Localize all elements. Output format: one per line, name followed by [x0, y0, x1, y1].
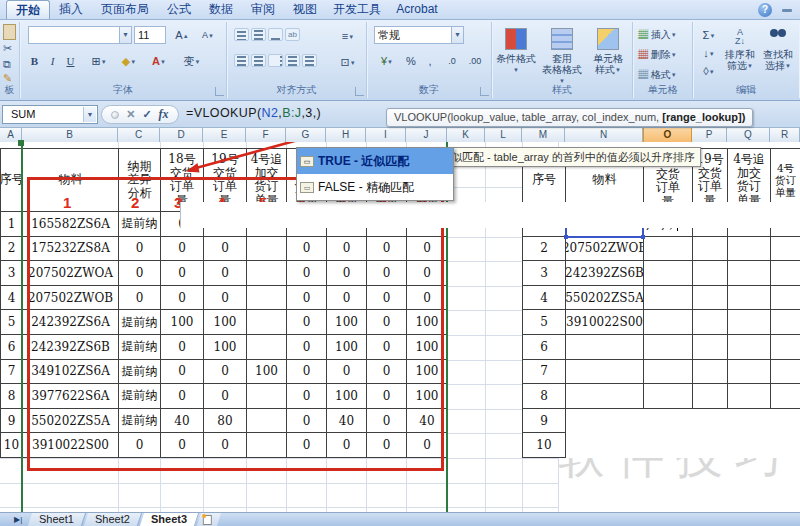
delete-cells-button[interactable]: ▦ 删除▼	[637, 46, 689, 64]
increase-indent-icon[interactable]	[302, 54, 317, 67]
ribbon-tab-3[interactable]: 页面布局	[92, 0, 158, 19]
align-left-icon[interactable]	[234, 54, 249, 67]
font-dialog-launcher-icon[interactable]	[215, 87, 224, 96]
number-format-combo[interactable]: 常规▼	[374, 26, 464, 44]
cell-styles-button[interactable]: 单元格样式▼	[586, 26, 630, 90]
underline-button[interactable]: U	[62, 52, 79, 70]
column-header-F[interactable]: F	[246, 128, 286, 142]
decrease-indent-icon[interactable]	[285, 54, 300, 67]
sheet-tab-sheet1[interactable]: Sheet1	[28, 513, 86, 526]
source-table-cell-r9c0: 9	[1, 409, 23, 434]
chevron-down-icon[interactable]: ▼	[119, 27, 131, 43]
accounting-format-button[interactable]: ¥▼	[374, 52, 400, 70]
column-header-N[interactable]: N	[565, 128, 643, 142]
lookup-table[interactable]: 序号物料交货订单量19号交货订单量4号追加交货订单量4号货订单量1207502Z…	[522, 148, 800, 458]
find-select-button[interactable]: 查找和选择▼	[759, 26, 797, 90]
ribbon: ✂ ⧉ ✎ 板 ▼ 11 A▲ A▼ B I U ⊞▼ ◆▼ A▼ 变▼ 字体 …	[0, 20, 800, 101]
sheet-tab-sheet3[interactable]: Sheet3	[140, 513, 199, 526]
column-header-C[interactable]: C	[118, 128, 160, 142]
lookup-table-cell-r2c1: 207502ZWOB	[566, 237, 644, 262]
cancel-icon[interactable]: ✕	[126, 108, 135, 121]
fill-button[interactable]: ↓▼	[697, 44, 721, 62]
function-icon: ▭	[300, 182, 314, 193]
italic-button[interactable]: I	[44, 52, 61, 70]
alignment-dialog-launcher-icon[interactable]	[355, 87, 364, 96]
ribbon-tab-4[interactable]: 公式	[158, 0, 200, 19]
autosum-button[interactable]: Σ▼	[697, 26, 721, 44]
column-header-G[interactable]: G	[286, 128, 326, 142]
column-header-L[interactable]: L	[485, 128, 522, 142]
ribbon-tab-7[interactable]: 视图	[284, 0, 326, 19]
alignment-group: ab ≡▼ ⊡▼ 对齐方式	[227, 22, 367, 98]
bold-button[interactable]: B	[26, 52, 43, 70]
name-box[interactable]: SUM▼	[2, 105, 98, 124]
ribbon-tab-6[interactable]: 审阅	[242, 0, 284, 19]
lookup-table-cell-r8c2	[644, 384, 693, 409]
sort-filter-button[interactable]: AZ↓ 排序和筛选▼	[721, 26, 759, 90]
align-center-icon[interactable]	[251, 54, 266, 67]
column-header-Q[interactable]: Q	[727, 128, 770, 142]
lookup-table-cell-r4c1: 550202ZS5A	[566, 286, 644, 311]
font-color-button[interactable]: A▼	[146, 52, 172, 70]
column-header-D[interactable]: D	[160, 128, 203, 142]
ribbon-tab-5[interactable]: 数据	[200, 0, 242, 19]
percent-button[interactable]: %	[402, 52, 420, 70]
column-header-M[interactable]: M	[522, 128, 565, 142]
column-header-R[interactable]: R	[770, 128, 800, 142]
paste-icon[interactable]	[3, 24, 16, 40]
column-header-H[interactable]: H	[326, 128, 366, 142]
column-header-B[interactable]: B	[22, 128, 118, 142]
column-header-I[interactable]: I	[366, 128, 406, 142]
column-header-O[interactable]: O	[643, 128, 692, 142]
column-header-K[interactable]: K	[447, 128, 485, 142]
sheet-tab-sheet2[interactable]: Sheet2	[84, 513, 142, 526]
autocomplete-item-1[interactable]: ▭TRUE - 近似匹配	[297, 148, 453, 174]
cut-icon[interactable]: ✂	[3, 42, 12, 55]
decrease-decimal-button[interactable]: .00	[464, 52, 486, 70]
align-middle-icon[interactable]	[251, 28, 266, 41]
chevron-down-icon[interactable]: ▼	[451, 27, 463, 43]
ribbon-tab-2[interactable]: 插入	[50, 0, 92, 19]
tab-scroll-buttons[interactable]: ▶|	[0, 513, 30, 526]
minimize-icon[interactable]	[782, 9, 792, 12]
increase-decimal-button[interactable]: .0	[441, 52, 463, 70]
conditional-formatting-button[interactable]: 条件格式▼	[494, 26, 538, 90]
lookup-table-cell-r2c2	[644, 237, 693, 262]
insert-sheet-tab[interactable]	[197, 513, 221, 526]
insert-function-icon[interactable]: fx	[159, 107, 169, 122]
comma-button[interactable]: ,	[422, 52, 438, 70]
grow-font-button[interactable]: A▲	[170, 26, 194, 44]
horizontal-align-buttons[interactable]	[233, 53, 318, 67]
ribbon-tab-9[interactable]: Acrobat	[388, 0, 446, 19]
fill-color-button[interactable]: ◆▼	[116, 52, 142, 70]
copy-icon[interactable]: ⧉	[3, 58, 11, 71]
orientation-icon[interactable]: ab	[285, 28, 300, 41]
font-size-combo[interactable]: 11	[134, 26, 166, 44]
ribbon-tab-8[interactable]: 开发工具	[326, 0, 388, 19]
align-bottom-icon[interactable]	[268, 28, 283, 41]
align-top-icon[interactable]	[234, 28, 249, 41]
font-name-combo[interactable]: ▼	[28, 26, 132, 44]
wrap-text-button[interactable]: ≡▼	[335, 27, 361, 45]
borders-button[interactable]: ⊞▼	[86, 52, 112, 70]
column-header-P[interactable]: P	[692, 128, 727, 142]
clear-button[interactable]: ◊▼	[697, 62, 721, 80]
chevron-down-icon[interactable]: ▼	[83, 107, 96, 122]
help-icon[interactable]: ?	[758, 3, 772, 17]
align-right-icon[interactable]	[268, 54, 283, 67]
autocomplete-dropdown[interactable]: ▭TRUE - 近似匹配▭FALSE - 精确匹配	[296, 147, 454, 201]
insert-cells-button[interactable]: ▦ 插入▼	[637, 26, 689, 44]
formula-input[interactable]	[180, 202, 800, 228]
merge-center-button[interactable]: ⊡▼	[335, 53, 361, 71]
autocomplete-item-2[interactable]: ▭FALSE - 精确匹配	[297, 174, 453, 200]
format-cells-button[interactable]: ▦ 格式▼	[637, 66, 689, 84]
shrink-font-button[interactable]: A▼	[196, 26, 220, 44]
vertical-align-buttons[interactable]: ab	[233, 27, 301, 41]
column-header-J[interactable]: J	[406, 128, 447, 142]
phonetic-button[interactable]: 变▼	[178, 52, 206, 70]
enter-icon[interactable]: ✓	[142, 108, 151, 121]
column-header-E[interactable]: E	[203, 128, 246, 142]
ribbon-tab-1[interactable]: 开始	[6, 0, 50, 19]
number-dialog-launcher-icon[interactable]	[480, 87, 489, 96]
format-as-table-button[interactable]: 套用表格格式▼	[540, 26, 584, 90]
